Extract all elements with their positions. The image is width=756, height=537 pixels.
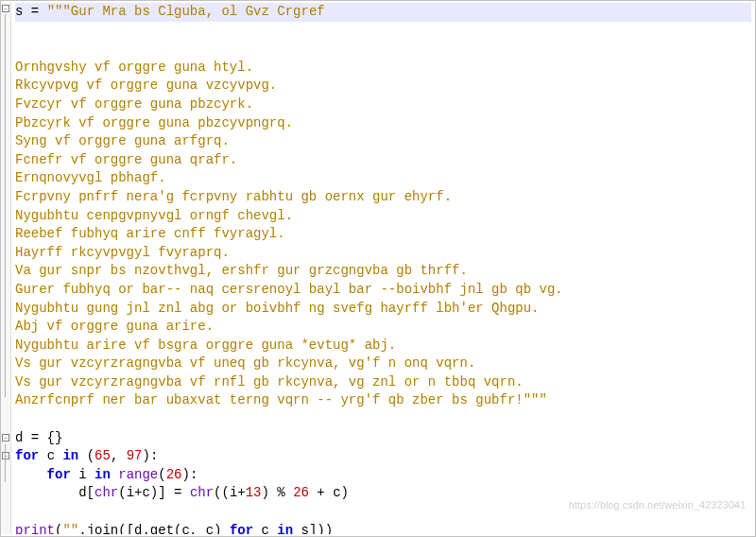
builtin-print: print <box>15 523 55 534</box>
builtin-range: range <box>118 467 158 482</box>
string-line: Abj vf orggre guna arire. <box>15 319 214 334</box>
current-line-highlight: s = """Gur Mra bs Clguba, ol Gvz Crgref <box>15 3 751 22</box>
string-line: Syng vf orggre guna arfgrq. <box>15 133 230 148</box>
keyword-for: for <box>15 448 39 463</box>
string-line: Nygubhtu arire vf bsgra orggre guna *evt… <box>15 338 396 353</box>
string-line: Gur Mra bs Clguba, ol Gvz Crgref <box>71 4 325 19</box>
string-line: Gurer fubhyq or bar-- naq cersrenoyl bay… <box>15 282 563 297</box>
string-line: Hayrff rkcyvpvgyl fvyraprq. <box>15 245 230 260</box>
string-line: Ernqnovyvgl pbhagf. <box>15 170 166 185</box>
string-line: Fcnefr vf orggre guna qrafr. <box>15 152 237 167</box>
string-line: Fvzcyr vf orggre guna pbzcyrk. <box>15 96 253 112</box>
string-line: Reebef fubhyq arire cnff fvyragyl. <box>15 226 285 241</box>
string-line: Pbzcyrk vf orggre guna pbzcyvpngrq. <box>15 115 293 130</box>
string-line: Va gur snpr bs nzovthvgl, ershfr gur grz… <box>15 263 468 278</box>
keyword-in: in <box>62 448 78 463</box>
keyword-in: in <box>94 467 111 482</box>
builtin-chr: chr <box>190 485 214 500</box>
code-area[interactable]: s = """Gur Mra bs Clguba, ol Gvz Crgref … <box>11 3 751 534</box>
string-line: Vs gur vzcyrzragngvba vf uneq gb rkcynva… <box>15 355 475 371</box>
string-line: Ornhgvshy vf orggre guna htyl. <box>15 60 253 75</box>
fold-gutter <box>1 3 11 534</box>
code-editor: s = """Gur Mra bs Clguba, ol Gvz Crgref … <box>0 0 756 537</box>
string-line: Nygubhtu gung jnl znl abg or boivbhf ng … <box>15 301 540 316</box>
triple-quote-close: """ <box>524 392 547 407</box>
var-s: s <box>15 4 23 19</box>
fold-marker[interactable] <box>2 434 9 442</box>
string-line: Vs gur vzcyrzragngvba vf rnfl gb rkcynva… <box>15 374 524 390</box>
builtin-chr: chr <box>94 485 118 500</box>
string-line: Nygubhtu cenpgvpnyvgl orngf chevgl. <box>15 208 293 223</box>
fold-marker[interactable] <box>2 5 9 12</box>
keyword-for: for <box>47 467 71 482</box>
string-line: Fcrpvny pnfrf nera'g fcrpvny rabhtu gb o… <box>15 189 452 204</box>
code-line-d: d = {} <box>15 430 62 445</box>
string-line: Anzrfcnprf ner bar ubaxvat terng vqrn --… <box>15 392 524 407</box>
fold-marker[interactable] <box>2 452 9 459</box>
string-line: Rkcyvpvg vf orggre guna vzcyvpvg. <box>15 78 277 93</box>
triple-quote-open: """ <box>47 4 71 19</box>
